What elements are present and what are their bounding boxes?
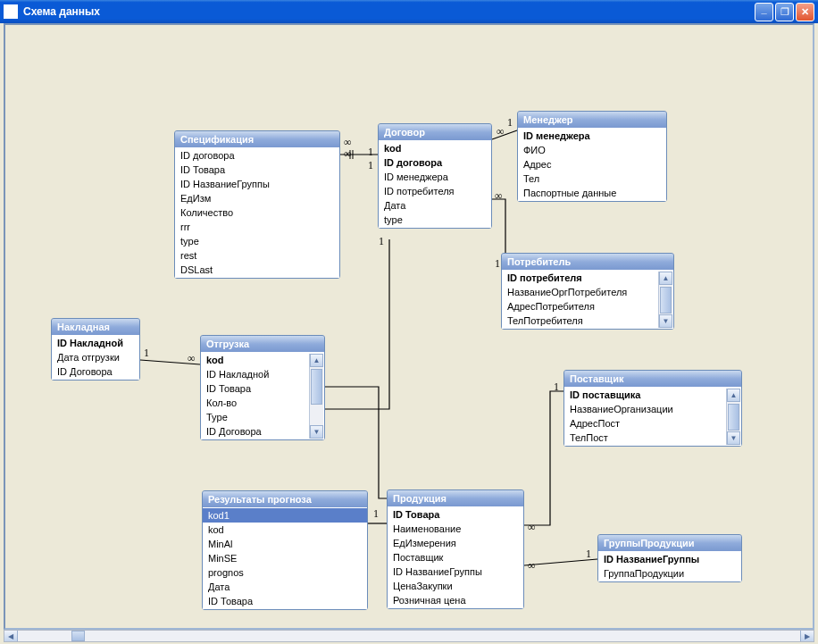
table-title[interactable]: Потребитель: [502, 254, 673, 270]
horizontal-scrollbar[interactable]: ◀ ▶: [4, 630, 814, 642]
table-title[interactable]: Спецификация: [175, 131, 339, 147]
field[interactable]: ID Товара: [201, 381, 309, 396]
field[interactable]: ID Товара: [203, 594, 367, 608]
field-pk[interactable]: ID поставщика: [564, 388, 726, 402]
table-scrollbar[interactable]: ▲ ▼: [309, 354, 323, 439]
scroll-thumb[interactable]: [71, 631, 85, 641]
field[interactable]: Дата: [203, 580, 367, 594]
scroll-thumb[interactable]: [660, 287, 672, 314]
field[interactable]: ЕдИзм: [175, 191, 339, 205]
table-title[interactable]: Менеджер: [518, 112, 666, 128]
field[interactable]: НазваниеОрганизации: [564, 402, 726, 416]
rel-label-inf: ∞: [528, 521, 536, 534]
field[interactable]: Паспортные данные: [518, 186, 666, 200]
field[interactable]: Дата: [379, 198, 491, 213]
field[interactable]: Розничная цена: [388, 593, 523, 607]
table-contract[interactable]: Договор kod ID договора ID менеджера ID …: [378, 123, 492, 229]
scroll-track[interactable]: [18, 631, 800, 641]
field[interactable]: АдресПотребителя: [502, 299, 658, 314]
scroll-up-icon[interactable]: ▲: [310, 354, 323, 367]
field[interactable]: ЕдИзмерения: [388, 536, 523, 550]
field[interactable]: ID потребителя: [379, 184, 491, 198]
table-shipment[interactable]: Отгрузка kod ID Накладной ID Товара Кол-…: [200, 335, 325, 440]
scroll-down-icon[interactable]: ▼: [310, 425, 323, 439]
field[interactable]: ТелПост: [564, 431, 726, 445]
table-title[interactable]: Отгрузка: [201, 336, 324, 352]
table-title[interactable]: ГруппыПродукции: [598, 535, 741, 551]
scroll-thumb[interactable]: [311, 369, 322, 405]
diagram-canvas[interactable]: ∞ ∞ 1 1 ∞ 1 ∞ 1 1 ∞ 1 1 1 ∞ ∞ 1 Специфик…: [4, 23, 814, 630]
scroll-down-icon[interactable]: ▼: [659, 314, 672, 328]
table-groups[interactable]: ГруппыПродукции ID НазваниеГруппы Группа…: [597, 534, 742, 582]
table-spec[interactable]: Спецификация ID договора ID Товара ID На…: [174, 130, 340, 279]
field[interactable]: ТелПотребителя: [502, 314, 658, 328]
table-scrollbar[interactable]: ▲ ▼: [658, 272, 672, 328]
field-pk[interactable]: ID менеджера: [518, 129, 666, 143]
field-selected[interactable]: kod1: [203, 508, 367, 523]
scroll-up-icon[interactable]: ▲: [727, 389, 740, 402]
scroll-track[interactable]: [659, 285, 672, 314]
scroll-left-button[interactable]: ◀: [4, 631, 18, 641]
field-pk[interactable]: ID договора: [379, 155, 491, 170]
field[interactable]: Дата отгрузки: [52, 350, 139, 364]
scroll-thumb[interactable]: [728, 404, 739, 431]
field[interactable]: DSLast: [175, 263, 339, 277]
field[interactable]: Type: [201, 410, 309, 424]
scroll-down-icon[interactable]: ▼: [727, 431, 740, 445]
scroll-right-button[interactable]: ▶: [800, 631, 814, 641]
field[interactable]: Наименование: [388, 522, 523, 536]
field[interactable]: ЦенаЗакупки: [388, 579, 523, 593]
field[interactable]: rest: [175, 248, 339, 263]
field[interactable]: ID Договора: [201, 424, 309, 439]
table-title[interactable]: Накладная: [52, 319, 139, 335]
field-pk[interactable]: ID Накладной: [52, 336, 139, 350]
table-title[interactable]: Продукция: [388, 490, 523, 506]
table-supplier[interactable]: Поставщик ID поставщика НазваниеОрганиза…: [563, 370, 742, 447]
table-title[interactable]: Результаты прогноза: [203, 491, 367, 507]
table-forecast[interactable]: Результаты прогноза kod1 kod MinAl MinSE…: [202, 490, 368, 610]
field[interactable]: ID Накладной: [201, 367, 309, 381]
table-manager[interactable]: Менеджер ID менеджера ФИО Адрес Тел Пасп…: [517, 111, 667, 202]
field[interactable]: Тел: [518, 171, 666, 186]
field[interactable]: ID НазваниеГруппы: [175, 177, 339, 191]
field[interactable]: MinSE: [203, 551, 367, 565]
scroll-track[interactable]: [310, 367, 323, 425]
maximize-button[interactable]: [775, 3, 794, 21]
field[interactable]: ID Товара: [175, 163, 339, 177]
table-title[interactable]: Договор: [379, 124, 491, 140]
field-pk[interactable]: ID НазваниеГруппы: [598, 552, 741, 566]
table-product[interactable]: Продукция ID Товара Наименование ЕдИзмер…: [387, 489, 524, 609]
table-invoice[interactable]: Накладная ID Накладной Дата отгрузки ID …: [51, 318, 140, 381]
field[interactable]: АдресПост: [564, 416, 726, 431]
field[interactable]: type: [175, 234, 339, 248]
field-pk[interactable]: ID потребителя: [502, 271, 658, 285]
table-title[interactable]: Поставщик: [564, 371, 741, 387]
field-pk[interactable]: kod: [201, 353, 309, 367]
field[interactable]: ID НазваниеГруппы: [388, 565, 523, 579]
field[interactable]: type: [379, 213, 491, 227]
minimize-button[interactable]: [755, 3, 773, 21]
scroll-track[interactable]: [727, 402, 740, 431]
field[interactable]: MinAl: [203, 537, 367, 551]
field[interactable]: Адрес: [518, 157, 666, 171]
field[interactable]: Кол-во: [201, 396, 309, 410]
field[interactable]: ID менеджера: [379, 170, 491, 184]
field[interactable]: Поставщик: [388, 550, 523, 565]
field[interactable]: prognos: [203, 565, 367, 580]
field[interactable]: kod: [203, 523, 367, 537]
field[interactable]: ФИО: [518, 143, 666, 157]
field[interactable]: Количество: [175, 205, 339, 220]
table-scrollbar[interactable]: ▲ ▼: [726, 389, 740, 445]
window-title: Схема данных: [23, 5, 755, 18]
field[interactable]: ID Договора: [52, 364, 139, 379]
table-consumer[interactable]: Потребитель ID потребителя НазваниеОргПо…: [501, 253, 674, 330]
titlebar[interactable]: Схема данных: [0, 0, 818, 23]
field[interactable]: ID договора: [175, 148, 339, 163]
close-button[interactable]: [796, 3, 814, 21]
field[interactable]: rrr: [175, 220, 339, 234]
field[interactable]: НазваниеОргПотребителя: [502, 285, 658, 299]
field[interactable]: ГруппаПродукции: [598, 566, 741, 581]
scroll-up-icon[interactable]: ▲: [659, 272, 672, 285]
field-pk[interactable]: kod: [379, 141, 491, 155]
field-pk[interactable]: ID Товара: [388, 507, 523, 522]
